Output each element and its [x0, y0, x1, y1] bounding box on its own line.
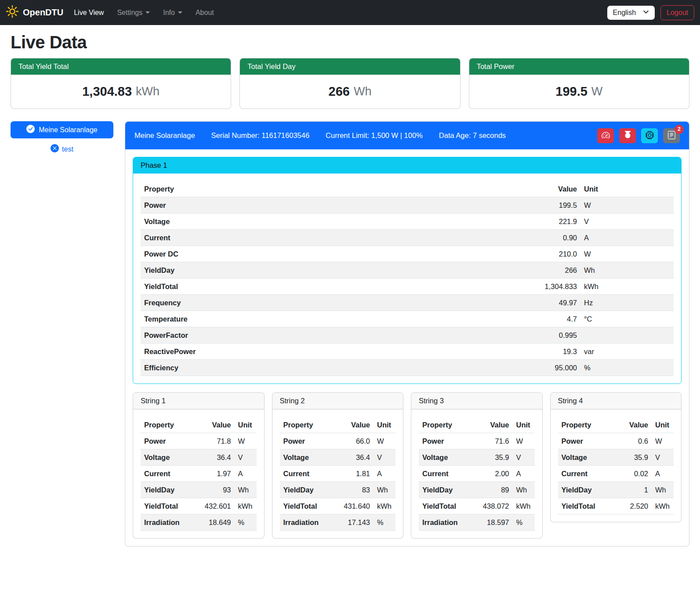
inverter-name: Meine Solaranlage [134, 131, 195, 140]
card-unit: kWh [136, 85, 160, 98]
language-selected-value: English [613, 9, 636, 17]
sidebar-item-label: Meine Solaranlage [39, 126, 97, 134]
table-row: YieldDay266Wh [141, 262, 674, 279]
column-value: Value [613, 417, 652, 433]
column-unit: Unit [580, 181, 674, 197]
table-header-row: Property Value Unit [141, 417, 257, 433]
brand-label: OpenDTU [23, 7, 63, 18]
string-panel-title: String 2 [272, 393, 403, 409]
table-row: Current0.02A [558, 466, 674, 482]
table-row: Power199.5W [141, 197, 674, 213]
top-navbar: OpenDTU Live View Settings Info About En… [0, 0, 700, 25]
string-4-panel: String 4 Property Value Unit [550, 392, 682, 522]
table-row: Temperature4.7°C [141, 311, 674, 327]
column-unit: Unit [374, 417, 395, 433]
chevron-down-icon [643, 9, 649, 17]
card-value: 199.5 [555, 84, 588, 99]
table-row: Current1.81A [280, 466, 396, 482]
table-row: Voltage35.9V [558, 449, 674, 466]
table-header-row: Property Value Unit [280, 417, 396, 433]
table-row: Power71.8W [141, 433, 257, 449]
phase-1-panel: Phase 1 Property Value Unit [133, 157, 682, 384]
column-value: Value [506, 181, 580, 197]
power-toggle-button[interactable] [619, 128, 636, 143]
table-row: Frequency49.97Hz [141, 295, 674, 311]
page-title: Live Data [11, 33, 689, 52]
event-log-button[interactable]: 2 [663, 128, 680, 143]
card-value: 1,304.83 [82, 84, 132, 99]
check-circle-icon [26, 125, 35, 135]
table-row: Efficiency95.000% [141, 360, 674, 376]
column-property: Property [280, 417, 335, 433]
phase-panel-title: Phase 1 [133, 157, 681, 174]
string-2-panel: String 2 Property Value Unit [272, 392, 404, 539]
sidebar-item-label: test [62, 145, 73, 153]
string-panel-title: String 4 [551, 393, 682, 409]
table-row: Voltage221.9V [141, 213, 674, 230]
column-unit: Unit [235, 417, 257, 433]
nav-item-info[interactable]: Info [163, 9, 182, 17]
table-row: Irradiation17.143% [280, 514, 396, 531]
table-header-row: Property Value Unit [141, 181, 674, 197]
column-property: Property [141, 181, 506, 197]
sidebar-item-meine-solaranlage[interactable]: Meine Solaranlage [11, 121, 113, 138]
table-row: YieldTotal432.601kWh [141, 498, 257, 514]
table-row: Voltage36.4V [141, 449, 257, 466]
inverter-actions: 2 [597, 128, 680, 143]
inverter-serial: Serial Number: 116171603546 [211, 131, 310, 140]
table-row: YieldDay83Wh [280, 482, 396, 498]
nav-item-settings[interactable]: Settings [117, 9, 150, 17]
table-row: YieldDay89Wh [419, 482, 535, 498]
limit-settings-button[interactable] [597, 128, 614, 143]
logout-button[interactable]: Logout [660, 5, 694, 20]
inverter-limit: Current Limit: 1,500 W | 100% [326, 131, 423, 140]
speedometer-icon [602, 131, 610, 141]
card-title: Total Yield Day [240, 58, 460, 75]
table-row: Irradiation18.649% [141, 514, 257, 531]
card-value: 266 [329, 84, 350, 99]
table-row: Power71.6W [419, 433, 535, 449]
dropdown-caret-icon [145, 11, 150, 14]
table-row: PowerFactor0.995 [141, 327, 674, 344]
cpu-icon [646, 131, 654, 141]
phase-table: Property Value Unit Power199.5W Voltage2… [141, 181, 674, 376]
table-row: Current1.97A [141, 466, 257, 482]
table-row: YieldTotal1,304.833kWh [141, 279, 674, 295]
summary-cards-row: Total Yield Total 1,304.83 kWh Total Yie… [11, 58, 689, 109]
column-unit: Unit [513, 417, 535, 433]
strings-row: String 1 Property Value Unit [133, 392, 682, 539]
table-row: YieldDay93Wh [141, 482, 257, 498]
total-yield-day-card: Total Yield Day 266 Wh [239, 58, 460, 109]
string-4-table: Property Value Unit Power0.6W Voltage35.… [558, 417, 674, 514]
table-row: YieldDay1Wh [558, 482, 674, 498]
event-count-badge: 2 [675, 125, 684, 134]
table-row: Current2.00A [419, 466, 535, 482]
string-panel-title: String 1 [133, 393, 264, 409]
x-circle-icon [51, 144, 59, 154]
table-row: Voltage35.9V [419, 449, 535, 466]
dropdown-caret-icon [178, 11, 182, 14]
table-row: Irradiation18.597% [419, 514, 535, 531]
inverter-card-header: Meine Solaranlage Serial Number: 1161716… [125, 122, 689, 149]
card-title: Total Power [469, 58, 689, 75]
card-unit: W [591, 85, 602, 98]
navbar-right: English Logout [607, 5, 694, 20]
column-property: Property [558, 417, 613, 433]
sidebar-item-test[interactable]: test [11, 144, 113, 154]
table-row: Power0.6W [558, 433, 674, 449]
string-2-table: Property Value Unit Power66.0W Voltage36… [280, 417, 396, 531]
card-unit: Wh [354, 85, 372, 98]
inverter-card: Meine Solaranlage Serial Number: 1161716… [125, 121, 689, 546]
card-title: Total Yield Total [11, 58, 231, 75]
nav-item-about[interactable]: About [196, 9, 214, 17]
device-info-button[interactable] [641, 128, 658, 143]
language-select[interactable]: English [607, 6, 655, 20]
table-row: YieldTotal2.520kWh [558, 498, 674, 514]
nav-item-live-view[interactable]: Live View [74, 9, 104, 17]
inverter-data-age: Data Age: 7 seconds [439, 131, 506, 140]
column-value: Value [196, 417, 235, 433]
table-row: Power66.0W [280, 433, 396, 449]
total-power-card: Total Power 199.5 W [469, 58, 689, 109]
column-property: Property [141, 417, 196, 433]
brand[interactable]: OpenDTU [6, 5, 63, 20]
